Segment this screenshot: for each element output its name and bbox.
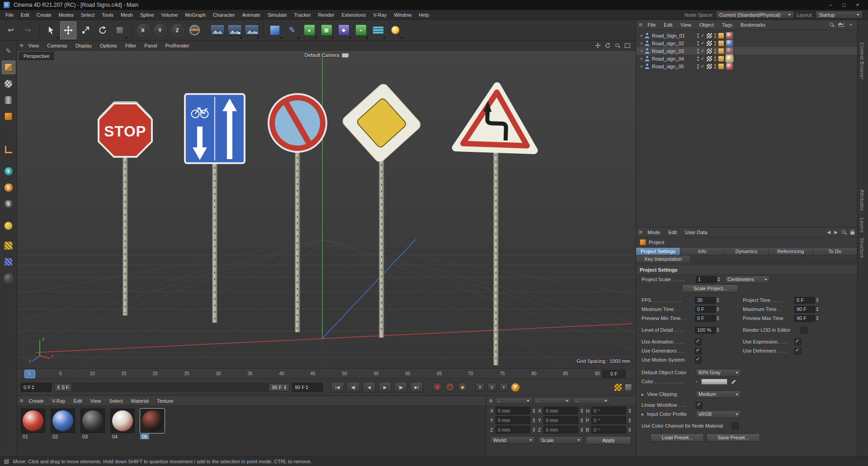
tag-dots[interactable]: [714, 41, 716, 46]
camera-label[interactable]: Default Camera: [304, 52, 348, 58]
bicycle-lane-sign[interactable]: [185, 94, 245, 163]
object-row[interactable]: Road_Sign_01 ✓: [636, 32, 857, 39]
material-item[interactable]: 01: [21, 409, 46, 439]
dock-tab-content-browser[interactable]: Content Browser: [859, 42, 864, 80]
rotate-tool-button[interactable]: [94, 21, 111, 39]
preview-min-field[interactable]: 0 F: [695, 315, 716, 322]
checker-tag-icon[interactable]: [706, 56, 712, 62]
tag-dots[interactable]: [714, 56, 716, 61]
timeline-ruler[interactable]: 0 5 10 15 20 25 30 35 40 45 50 55 60 65 …: [17, 368, 636, 379]
lock-icon[interactable]: [850, 231, 854, 235]
section-title[interactable]: Project Settings: [636, 265, 857, 275]
tab-info[interactable]: Info: [680, 248, 725, 255]
keyframe-position-toggle[interactable]: X: [476, 383, 485, 392]
om-menu-tags[interactable]: Tags: [718, 21, 736, 28]
scale-project-button[interactable]: Scale Project...: [682, 284, 738, 292]
size-z-field[interactable]: 0 mm: [543, 426, 578, 433]
spinner[interactable]: [628, 409, 631, 413]
menu-create[interactable]: Create: [33, 11, 55, 19]
phong-tag-icon[interactable]: [718, 33, 724, 39]
enable-check-icon[interactable]: ✓: [701, 33, 704, 38]
no-stopping-sign[interactable]: [268, 93, 327, 153]
history-forward-button[interactable]: ▶: [834, 230, 838, 235]
cloner-button[interactable]: ▦: [318, 21, 335, 39]
input-color-profile-dropdown[interactable]: sRGB: [696, 410, 741, 418]
checker-tag-icon[interactable]: [706, 63, 712, 70]
search-icon[interactable]: [829, 22, 835, 28]
vp-menu-filter[interactable]: Filter: [121, 42, 140, 50]
view-pan-button[interactable]: [594, 42, 601, 49]
phong-tag-icon[interactable]: [718, 63, 724, 70]
attr-menu-edit[interactable]: Edit: [665, 229, 680, 236]
fps-spinner[interactable]: [717, 298, 719, 302]
volume-button[interactable]: +: [353, 21, 369, 39]
size-dropdown[interactable]: –: [533, 397, 571, 404]
vp-menu-display[interactable]: Display: [71, 42, 96, 50]
layout-dropdown[interactable]: Startup: [816, 11, 863, 19]
autokey-button[interactable]: [445, 382, 455, 392]
goto-start-button[interactable]: |◀: [331, 382, 344, 392]
scale-dropdown[interactable]: Scale: [538, 436, 583, 444]
vp-menu-panel[interactable]: Panel: [140, 42, 161, 50]
visibility-dots[interactable]: [697, 41, 699, 46]
menu-icon[interactable]: ≡: [20, 397, 24, 404]
minimize-button[interactable]: –: [824, 2, 837, 8]
close-button[interactable]: ×: [851, 2, 864, 8]
expand-icon[interactable]: [641, 35, 642, 37]
menu-icon[interactable]: ≡: [639, 21, 642, 28]
bookmark-add-button[interactable]: +: [847, 21, 854, 28]
expand-icon[interactable]: [641, 66, 642, 67]
object-row[interactable]: Road_sign_02 ✓: [636, 39, 857, 47]
menu-tools[interactable]: Tools: [98, 11, 117, 19]
level-of-detail-spinner[interactable]: [717, 328, 719, 332]
menu-animate[interactable]: Animate: [238, 11, 264, 19]
goto-end-button[interactable]: ▶|: [410, 382, 423, 392]
end-frame-spinner[interactable]: [306, 385, 308, 390]
record-button[interactable]: [432, 382, 442, 392]
object-row[interactable]: Road_sign_04 ✓: [636, 55, 857, 62]
workplane-mode-button[interactable]: [2, 143, 15, 156]
project-scale-field[interactable]: 1: [696, 276, 717, 283]
y-axis-lock-button[interactable]: Y: [152, 21, 168, 39]
mat-menu-texture[interactable]: Texture: [153, 397, 177, 405]
quantize-toggle-button[interactable]: [2, 239, 15, 252]
solo-single-button[interactable]: S: [2, 181, 15, 194]
mat-menu-vray[interactable]: V-Ray: [48, 397, 69, 405]
start-frame-field[interactable]: 0 F: [21, 383, 52, 392]
project-time-field[interactable]: 0 F: [794, 297, 815, 304]
menu-extensions[interactable]: Extensions: [338, 11, 369, 19]
object-name[interactable]: Road_sign_04: [652, 56, 695, 61]
color-swatch[interactable]: [701, 379, 727, 385]
use-generators-checkbox[interactable]: [695, 348, 702, 354]
use-deformers-checkbox[interactable]: [794, 348, 801, 354]
menu-icon[interactable]: ≡: [20, 42, 24, 49]
project-scale-unit-dropdown[interactable]: Centimeters: [725, 276, 770, 283]
view-orbit-button[interactable]: [604, 42, 611, 49]
fps-field[interactable]: 30: [695, 297, 716, 304]
spinner[interactable]: [580, 428, 583, 432]
checker-tag-icon[interactable]: [706, 40, 712, 47]
texture-mode-button[interactable]: [2, 77, 15, 90]
texture-tag-icon[interactable]: [726, 32, 733, 39]
previous-frame-button[interactable]: ◀: [363, 382, 376, 392]
texture-tag-icon[interactable]: [726, 40, 733, 47]
solo-off-button[interactable]: S: [2, 165, 15, 178]
coordinate-system-button[interactable]: [186, 21, 203, 39]
preview-max-field[interactable]: 90 F: [794, 315, 815, 322]
home-button[interactable]: [837, 21, 844, 28]
redo-button[interactable]: ↪: [20, 21, 36, 39]
enable-check-icon[interactable]: ✓: [701, 41, 704, 46]
mat-menu-create[interactable]: Create: [25, 397, 47, 405]
mat-menu-select[interactable]: Select: [105, 397, 127, 405]
menu-icon[interactable]: ≡: [639, 229, 642, 235]
snap-toggle-button[interactable]: [2, 219, 15, 232]
node-material-checkbox[interactable]: [732, 423, 739, 429]
current-frame-box[interactable]: 0 F: [602, 370, 626, 378]
material-item[interactable]: 02: [51, 409, 76, 439]
render-lod-checkbox[interactable]: [801, 327, 807, 334]
end-frame-field[interactable]: 90 F: [292, 383, 323, 392]
uvw-mode-button[interactable]: [2, 93, 15, 107]
save-preset-button[interactable]: Save Preset...: [707, 433, 760, 442]
menu-help[interactable]: Help: [415, 11, 433, 19]
menu-mesh[interactable]: Mesh: [117, 11, 137, 19]
